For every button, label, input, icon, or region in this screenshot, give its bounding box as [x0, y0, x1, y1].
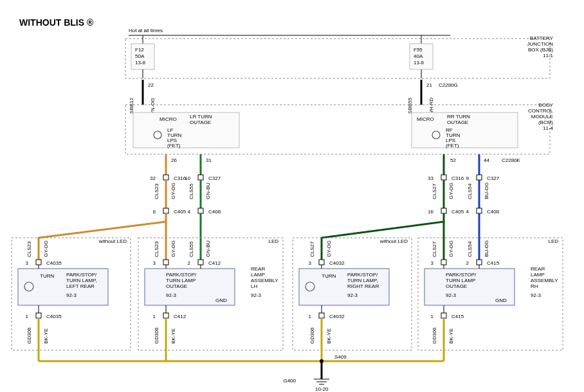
svg-text:C405: C405	[452, 209, 464, 215]
svg-text:1: 1	[153, 314, 156, 319]
svg-text:RR TURN: RR TURN	[447, 114, 470, 120]
svg-text:9: 9	[466, 175, 470, 181]
svg-text:C2280G: C2280G	[439, 82, 458, 88]
svg-text:LAMP: LAMP	[531, 272, 545, 278]
svg-text:GD306: GD306	[26, 327, 32, 344]
svg-text:VN-OG: VN-OG	[150, 98, 156, 114]
svg-text:13-8: 13-8	[414, 60, 424, 66]
lf-fet-block	[133, 112, 239, 148]
svg-text:92-3: 92-3	[251, 292, 262, 298]
svg-text:BODY: BODY	[538, 102, 553, 108]
svg-text:RIGHT REAR: RIGHT REAR	[347, 283, 379, 289]
svg-text:BK-YE: BK-YE	[326, 328, 332, 344]
svg-text:RH: RH	[531, 283, 538, 289]
svg-text:OUTAGE: OUTAGE	[447, 120, 468, 125]
svg-text:REAR: REAR	[531, 266, 545, 272]
svg-text:LEFT REAR: LEFT REAR	[66, 283, 95, 289]
svg-text:16: 16	[428, 209, 433, 215]
svg-text:1: 1	[431, 314, 434, 319]
svg-text:TURN LAMP,: TURN LAMP,	[66, 278, 96, 283]
svg-text:CLS23: CLS23	[154, 241, 160, 257]
svg-text:TURN: TURN	[322, 273, 336, 279]
svg-text:C408: C408	[487, 209, 500, 215]
svg-text:C327: C327	[487, 175, 500, 181]
svg-text:S409: S409	[334, 354, 347, 360]
svg-rect-42	[198, 175, 203, 180]
svg-text:F12: F12	[135, 47, 144, 53]
svg-text:92-3: 92-3	[446, 292, 457, 298]
page-title: WITHOUT BLIS ®	[19, 17, 94, 28]
svg-text:GY-OG: GY-OG	[448, 240, 454, 257]
svg-text:GY-OG: GY-OG	[43, 240, 49, 257]
svg-rect-61	[163, 208, 169, 213]
svg-text:TURN: TURN	[40, 273, 54, 279]
svg-rect-62	[198, 208, 203, 213]
svg-text:OUTAGE: OUTAGE	[446, 283, 467, 289]
svg-text:C415: C415	[487, 260, 500, 266]
svg-text:13-8: 13-8	[135, 60, 146, 66]
svg-rect-48	[477, 175, 482, 180]
svg-text:21: 21	[426, 82, 432, 88]
svg-text:TURN LAMP: TURN LAMP	[166, 278, 196, 283]
svg-text:3: 3	[26, 260, 29, 266]
svg-text:CLS54: CLS54	[467, 183, 473, 199]
svg-text:3: 3	[309, 260, 312, 266]
svg-text:LAMP: LAMP	[251, 272, 265, 278]
svg-text:22: 22	[148, 82, 154, 88]
svg-rect-145	[36, 313, 41, 318]
svg-text:PARK/STOP/: PARK/STOP/	[446, 272, 477, 278]
svg-text:CLS55: CLS55	[188, 241, 194, 257]
svg-text:C415: C415	[452, 314, 464, 319]
svg-rect-151	[319, 313, 324, 318]
svg-text:31: 31	[206, 157, 212, 163]
svg-text:CLS54: CLS54	[467, 241, 473, 257]
bjb-ref: 11-1	[543, 53, 554, 58]
svg-text:SBB55: SBB55	[407, 97, 413, 113]
svg-text:92-3: 92-3	[66, 292, 77, 298]
svg-text:CLS23: CLS23	[154, 183, 160, 199]
svg-rect-93	[319, 260, 324, 265]
svg-text:REAR: REAR	[251, 266, 265, 272]
wiring-diagram: WITHOUT BLIS ® Hot at all times BATTERY …	[0, 0, 584, 392]
svg-rect-148	[163, 313, 169, 318]
svg-text:ASSEMBLY: ASSEMBLY	[531, 278, 558, 283]
svg-rect-154	[441, 313, 446, 318]
svg-text:OUTAGE: OUTAGE	[190, 120, 211, 125]
svg-text:2: 2	[188, 260, 191, 266]
svg-text:C316: C316	[452, 175, 464, 181]
ground-icon	[314, 379, 329, 384]
svg-text:C4032: C4032	[329, 314, 345, 319]
svg-text:92-3: 92-3	[166, 292, 177, 298]
svg-text:CLS27: CLS27	[309, 241, 315, 257]
svg-text:OUTAGE: OUTAGE	[166, 283, 187, 289]
svg-text:1: 1	[26, 314, 29, 319]
svg-text:without LED: without LED	[98, 238, 127, 244]
svg-rect-68	[477, 208, 482, 213]
svg-rect-85	[36, 260, 41, 265]
svg-text:MICRO: MICRO	[417, 116, 434, 122]
svg-text:PARK/STOP/: PARK/STOP/	[66, 272, 97, 278]
svg-text:C4035: C4035	[46, 314, 62, 319]
svg-text:BU-OG: BU-OG	[484, 240, 489, 257]
svg-text:ASSEMBLY: ASSEMBLY	[251, 278, 278, 283]
svg-text:LED: LED	[548, 238, 558, 244]
svg-rect-67	[441, 208, 446, 213]
svg-text:50A: 50A	[135, 53, 145, 59]
svg-text:GD306: GD306	[432, 327, 437, 344]
svg-text:C408: C408	[208, 209, 221, 215]
svg-rect-47	[441, 175, 446, 180]
svg-text:GD306: GD306	[154, 327, 160, 344]
svg-text:TURN LAMP: TURN LAMP	[446, 278, 475, 283]
svg-text:MICRO: MICRO	[160, 116, 177, 122]
svg-text:44: 44	[484, 157, 489, 163]
svg-rect-98	[477, 260, 482, 265]
svg-text:2: 2	[466, 260, 470, 266]
svg-text:26: 26	[171, 157, 177, 163]
hot-label: Hot at all times	[129, 28, 163, 33]
svg-text:PARK/STOP/: PARK/STOP/	[166, 272, 197, 278]
svg-text:CLS27: CLS27	[432, 241, 437, 257]
svg-text:TURN LAMP,: TURN LAMP,	[347, 278, 378, 283]
svg-text:BK-YE: BK-YE	[43, 328, 49, 344]
svg-text:40A: 40A	[414, 53, 423, 59]
svg-text:GY-OG: GY-OG	[448, 183, 454, 199]
